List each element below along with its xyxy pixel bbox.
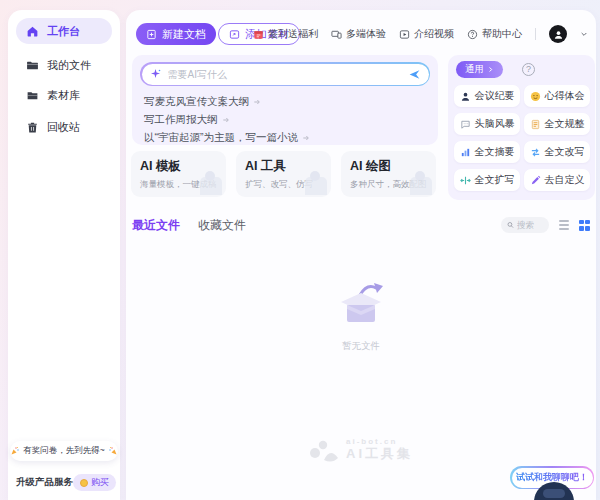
checkin-label: 签到送福利 [268,27,318,41]
watermark-logo [309,438,339,462]
card-decoration [200,177,222,195]
template-rewrite[interactable]: 全文改写 [524,141,590,163]
template-label: 去自定义 [545,173,585,187]
checkin-link[interactable]: 签到送福利 [253,27,318,41]
upgrade-label: 升级产品服务 [16,476,73,489]
bubble-icon [460,119,471,130]
sidebar-item-label: 回收站 [47,120,80,135]
prompt-suggestion[interactable]: 写工作周报大纲 [144,113,230,127]
smiley-icon [530,91,541,102]
empty-box-illustration [332,278,390,330]
grid-view-icon[interactable] [579,220,590,231]
files-tabs-row: 最近文件 收藏文件 [132,216,590,234]
upgrade-row: 升级产品服务 购买 [16,474,116,491]
template-label: 头脑风暴 [475,117,515,131]
category-pill[interactable]: 通用 [456,61,503,78]
ai-input-wrap [140,62,430,86]
intro-video-label: 介绍视频 [414,27,454,41]
home-icon [26,25,39,38]
quick-templates-panel: 通用 ? 会议纪要 心得体会 头脑风暴 全文规整 全文摘要 全文改写 [448,55,595,200]
template-label: 全文改写 [545,145,585,159]
buy-button[interactable]: 购买 [73,474,116,491]
chevron-down-icon[interactable] [580,30,588,38]
sidebar-item-workspace[interactable]: 工作台 [16,18,112,44]
video-icon [399,29,410,40]
intro-video-link[interactable]: 介绍视频 [399,27,454,41]
card-decoration [410,177,432,195]
doc-plus-icon [146,29,157,40]
multi-device-link[interactable]: 多端体验 [331,27,386,41]
empty-state: 暂无文件 [126,278,596,353]
person-icon [553,29,564,40]
tab-favorite-files[interactable]: 收藏文件 [198,217,246,234]
arrow-right-icon [253,98,261,106]
party-popper-icon [10,446,20,456]
topbar-links: 签到送福利 多端体验 介绍视频 帮助中心 [253,24,588,44]
template-label: 全文摘要 [475,145,515,159]
new-doc-button[interactable]: 新建文档 [136,23,216,45]
watermark-site: ai-bot.cn [346,438,413,447]
expand-icon [460,175,471,186]
send-icon[interactable] [408,68,421,81]
sidebar-item-label: 素材库 [47,88,80,103]
watermark-name: AI工具集 [346,447,413,461]
help-circle-icon[interactable]: ? [522,63,535,76]
template-expand[interactable]: 全文扩写 [454,169,520,191]
calendar-icon [253,29,264,40]
template-customize[interactable]: 去自定义 [524,169,590,191]
material-add-icon [229,29,240,40]
sidebar: 工作台 我的文件 素材库 回收站 有奖问卷，先到先得~ 升级产品服务 购买 [8,10,120,500]
empty-text: 暂无文件 [342,340,380,353]
chevron-right-icon [487,66,494,73]
promo-bubble[interactable]: 有奖问卷，先到先得~ [10,441,118,461]
sidebar-item-label: 我的文件 [47,58,91,73]
party-popper-icon [108,446,118,456]
tab-recent-files[interactable]: 最近文件 [132,217,180,234]
multi-device-label: 多端体验 [346,27,386,41]
prompt-suggestion[interactable]: 以“宇宙起源”为主题，写一篇小说 [144,131,310,145]
suggestion-text: 写麦克风宣传文案大纲 [144,95,249,109]
template-label: 全文扩写 [475,173,515,187]
sidebar-item-recycle-bin[interactable]: 回收站 [16,114,112,140]
watermark: ai-bot.cn AI工具集 [126,438,596,462]
suggestion-text: 写工作周报大纲 [144,113,218,127]
card-ai-templates[interactable]: AI 模板 海量模板，一键成稿 [131,151,226,197]
search-icon [507,221,514,229]
sidebar-item-my-files[interactable]: 我的文件 [16,52,112,78]
category-label: 通用 [465,63,484,76]
buy-button-label: 购买 [91,476,109,489]
template-label: 会议纪要 [475,89,515,103]
template-brainstorm[interactable]: 头脑风暴 [454,113,520,135]
template-reflections[interactable]: 心得体会 [524,85,590,107]
sparkle-icon [150,68,162,80]
promo-text: 有奖问卷，先到先得~ [23,445,104,457]
sidebar-item-material-library[interactable]: 素材库 [16,82,112,108]
help-icon [467,29,478,40]
file-search[interactable] [501,217,549,233]
template-meeting-notes[interactable]: 会议纪要 [454,85,520,107]
help-center-link[interactable]: 帮助中心 [467,27,522,41]
summary-icon [460,147,471,158]
rewrite-icon [530,147,541,158]
search-input[interactable] [517,220,543,230]
template-label: 心得体会 [545,89,585,103]
coin-icon [80,479,88,487]
user-avatar[interactable] [549,25,567,43]
main-panel: 新建文档 添加素材 签到送福利 多端体验 介绍视频 帮助中心 [126,10,596,500]
pencil-icon [530,175,541,186]
ai-prompt-input[interactable] [168,69,402,80]
arrow-right-icon [222,116,230,124]
card-decoration [305,177,327,195]
prompt-suggestion[interactable]: 写麦克风宣传文案大纲 [144,95,261,109]
list-view-icon[interactable] [559,219,569,232]
folder-icon [26,59,39,72]
ai-prompt-panel: 写麦克风宣传文案大纲 写工作周报大纲 以“宇宙起源”为主题，写一篇小说 [132,55,438,145]
trash-icon [26,121,39,134]
arrow-right-icon [302,134,310,142]
card-ai-drawing[interactable]: AI 绘图 多种尺寸，高效配图 [341,151,436,197]
template-tidy-text[interactable]: 全文规整 [524,113,590,135]
sidebar-item-label: 工作台 [47,24,80,39]
template-summary[interactable]: 全文摘要 [454,141,520,163]
card-ai-tools[interactable]: AI 工具 扩写、改写、仿写 [236,151,331,197]
template-label: 全文规整 [545,117,585,131]
